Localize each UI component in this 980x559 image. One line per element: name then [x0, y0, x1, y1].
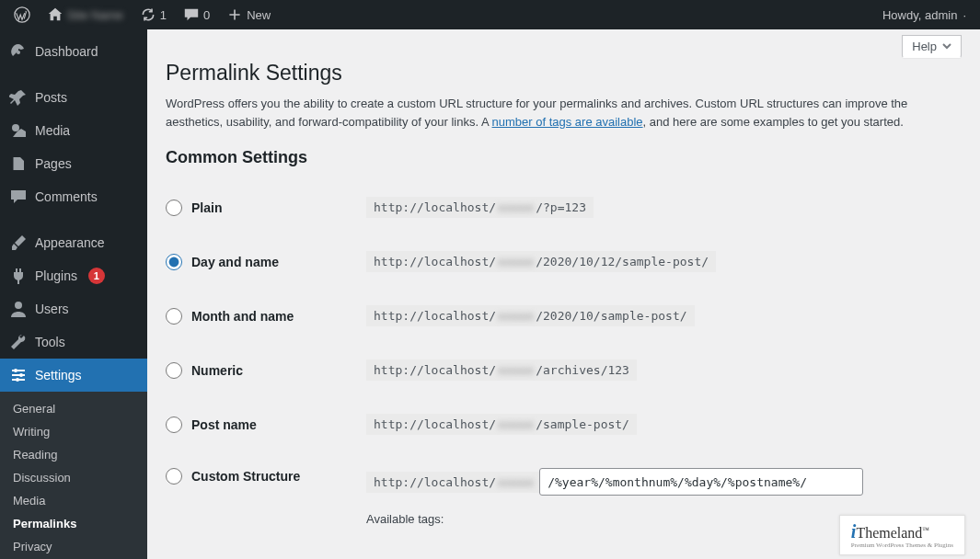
- brush-icon: [9, 234, 28, 252]
- refresh-icon: [140, 6, 156, 23]
- radio-plain[interactable]: [166, 200, 182, 216]
- admin-topbar: Site Name 1 0 New Howdy, admin ·: [0, 0, 980, 29]
- common-settings-heading: Common Settings: [166, 148, 962, 167]
- custom-structure-input[interactable]: [539, 468, 863, 496]
- site-name: Site Name: [67, 8, 123, 22]
- option-label[interactable]: Post name: [191, 417, 257, 432]
- chevron-down-icon: [942, 40, 951, 53]
- submenu-general[interactable]: General: [0, 397, 147, 420]
- updates-link[interactable]: 1: [133, 0, 173, 29]
- option-label[interactable]: Day and name: [191, 255, 279, 269]
- option-label[interactable]: Custom Structure: [191, 469, 300, 484]
- comment-icon: [183, 6, 200, 23]
- help-label: Help: [912, 40, 937, 53]
- new-label: New: [247, 8, 271, 22]
- media-icon: [9, 121, 28, 140]
- wp-logo[interactable]: [7, 0, 37, 29]
- ithemeland-logo: iThemeland™ Premium WordPress Themes & P…: [839, 515, 965, 555]
- sidebar-item-posts[interactable]: Posts: [0, 81, 147, 114]
- available-tags-label: Available tags:: [366, 512, 444, 526]
- sample-url-postname: http://localhost/xxxxx/sample-post/: [366, 414, 637, 435]
- sidebar-item-label: Media: [35, 123, 70, 138]
- sidebar-item-label: Dashboard: [35, 44, 98, 59]
- sidebar-item-label: Posts: [35, 90, 67, 105]
- svg-point-1: [17, 51, 20, 54]
- sidebar-item-pages[interactable]: Pages: [0, 147, 147, 180]
- sidebar-item-label: Settings: [35, 368, 82, 382]
- option-row-monthname: Month and name http://localhost/xxxxx/20…: [166, 289, 962, 343]
- option-row-dayname: Day and name http://localhost/xxxxx/2020…: [166, 234, 962, 289]
- dashboard-icon: [9, 42, 28, 61]
- option-row-postname: Post name http://localhost/xxxxx/sample-…: [166, 397, 962, 451]
- page-title: Permalink Settings: [166, 40, 962, 95]
- tags-available-link[interactable]: number of tags are available: [492, 115, 643, 129]
- updates-count: 1: [160, 8, 167, 22]
- home-icon: [47, 6, 63, 23]
- new-content-link[interactable]: New: [220, 0, 277, 29]
- sample-url-dayname: http://localhost/xxxxx/2020/10/12/sample…: [366, 251, 716, 272]
- option-label[interactable]: Month and name: [191, 309, 294, 324]
- submenu-reading[interactable]: Reading: [0, 443, 147, 466]
- comment-icon: [9, 188, 28, 206]
- submenu-privacy[interactable]: Privacy: [0, 535, 147, 558]
- sidebar-item-settings[interactable]: Settings: [0, 359, 147, 392]
- svg-rect-3: [17, 280, 19, 284]
- sample-url-monthname: http://localhost/xxxxx/2020/10/sample-po…: [366, 305, 695, 326]
- sidebar-item-media[interactable]: Media: [0, 114, 147, 147]
- site-home-link[interactable]: Site Name: [40, 0, 130, 29]
- plug-icon: [9, 267, 28, 285]
- sidebar-item-appearance[interactable]: Appearance: [0, 226, 147, 259]
- radio-day-and-name[interactable]: [166, 254, 182, 270]
- comments-link[interactable]: 0: [177, 0, 216, 29]
- sliders-icon: [9, 366, 28, 384]
- submenu-media[interactable]: Media: [0, 489, 147, 512]
- account-link[interactable]: Howdy, admin ·: [876, 0, 973, 29]
- settings-submenu: General Writing Reading Discussion Media…: [0, 392, 147, 559]
- plus-icon: [226, 6, 243, 23]
- radio-custom-structure[interactable]: [166, 468, 182, 485]
- svg-point-4: [15, 302, 22, 309]
- pages-icon: [9, 154, 28, 173]
- svg-point-9: [19, 373, 23, 377]
- radio-post-name[interactable]: [166, 416, 182, 433]
- option-row-numeric: Numeric http://localhost/xxxxx/archives/…: [166, 343, 962, 397]
- radio-numeric[interactable]: [166, 362, 182, 379]
- sample-url-plain: http://localhost/xxxxx/?p=123: [366, 197, 594, 218]
- sidebar-item-label: Users: [35, 302, 69, 316]
- sidebar-item-users[interactable]: Users: [0, 292, 147, 325]
- content-area: Help Permalink Settings WordPress offers…: [147, 29, 980, 559]
- submenu-discussion[interactable]: Discussion: [0, 466, 147, 489]
- option-label[interactable]: Plain: [191, 200, 222, 215]
- radio-month-and-name[interactable]: [166, 308, 182, 325]
- sample-url-numeric: http://localhost/xxxxx/archives/123: [366, 359, 637, 381]
- comments-count: 0: [203, 8, 210, 22]
- pin-icon: [9, 88, 28, 107]
- wrench-icon: [9, 333, 28, 351]
- user-icon: [9, 300, 28, 318]
- svg-point-8: [14, 369, 17, 372]
- intro-paragraph: WordPress offers you the ability to crea…: [166, 95, 962, 131]
- sidebar-item-label: Tools: [35, 335, 65, 349]
- sidebar-item-comments[interactable]: Comments: [0, 180, 147, 213]
- svg-point-2: [12, 124, 19, 131]
- submenu-writing[interactable]: Writing: [0, 420, 147, 443]
- option-label[interactable]: Numeric: [191, 363, 243, 378]
- greeting-text: Howdy, admin: [882, 8, 957, 22]
- option-row-plain: Plain http://localhost/xxxxx/?p=123: [166, 180, 962, 234]
- sidebar-item-plugins[interactable]: Plugins 1: [0, 259, 147, 292]
- sidebar-item-tools[interactable]: Tools: [0, 325, 147, 359]
- wordpress-icon: [14, 6, 30, 23]
- help-tab[interactable]: Help: [902, 35, 962, 58]
- sidebar-item-label: Appearance: [35, 235, 105, 250]
- custom-url-base: http://localhost/xxxxx: [366, 472, 539, 493]
- sidebar-item-label: Pages: [35, 156, 72, 171]
- plugins-update-badge: 1: [88, 268, 105, 284]
- svg-point-10: [16, 378, 19, 382]
- sidebar-item-label: Comments: [35, 189, 98, 204]
- sidebar-item-label: Plugins: [35, 268, 77, 283]
- admin-sidebar: Dashboard Posts Media Pages Comments App…: [0, 29, 147, 559]
- sidebar-item-dashboard[interactable]: Dashboard: [0, 35, 147, 68]
- submenu-permalinks[interactable]: Permalinks: [0, 512, 147, 535]
